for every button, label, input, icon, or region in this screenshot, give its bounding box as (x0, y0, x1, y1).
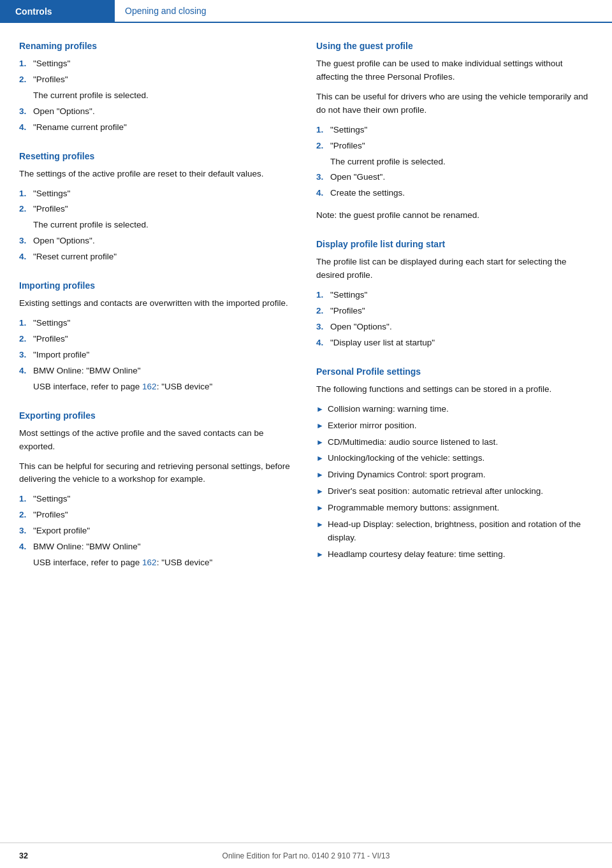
arrow-icon: ► (316, 437, 328, 449)
importing-steps-list: 1. "Settings" 2. "Profiles" 3. "Import p… (19, 317, 296, 394)
exporting-body2: This can be helpful for securing and ret… (19, 460, 296, 487)
exporting-steps-list: 1. "Settings" 2. "Profiles" 3. "Export p… (19, 493, 296, 570)
exporting-body1: Most settings of the active profile and … (19, 427, 296, 454)
display-steps-list: 1. "Settings" 2. "Profiles" 3. Open "Opt… (316, 289, 593, 350)
personal-body: The following functions and settings can… (316, 383, 593, 396)
list-item: 3. Open "Options". (316, 321, 593, 334)
list-item: ► Unlocking/locking of the vehicle: sett… (316, 452, 593, 465)
resetting-body: The settings of the active profile are r… (19, 168, 296, 181)
main-content: Renaming profiles 1. "Settings" 2. "Prof… (0, 23, 612, 625)
arrow-icon: ► (316, 486, 328, 498)
guest-note: Note: the guest profile cannot be rename… (316, 209, 593, 222)
guest-body2: This can be useful for drivers who are u… (316, 90, 593, 117)
list-item: ► Head-up Display: selection, brightness… (316, 518, 593, 545)
list-item: USB interface, refer to page 162: "USB d… (19, 380, 296, 394)
list-item: 1. "Settings" (19, 317, 296, 330)
renaming-steps-list: 1. "Settings" 2. "Profiles" The current … (19, 57, 296, 134)
list-item: ► Driver's seat position: automatic retr… (316, 485, 593, 498)
list-item: 2. "Profiles" (316, 140, 593, 153)
header-controls-tab: Controls (0, 0, 115, 23)
right-column: Using the guest profile The guest profil… (316, 41, 593, 586)
list-item: The current profile is selected. (19, 89, 296, 103)
list-item: ► Headlamp courtesy delay feature: time … (316, 548, 593, 561)
list-item: 2. "Profiles" (19, 203, 296, 216)
list-item: 4. "Display user list at startup" (316, 336, 593, 350)
personal-profile-section: Personal Profile settings The following … (316, 366, 593, 561)
breadcrumb-text: Opening and closing (125, 6, 207, 16)
resetting-profiles-title: Resetting profiles (19, 151, 296, 161)
list-item: 1. "Settings" (19, 57, 296, 71)
list-item: 1. "Settings" (316, 124, 593, 137)
page-header: Controls Opening and closing (0, 0, 612, 23)
list-item: 3. Open "Guest". (316, 171, 593, 184)
resetting-profiles-section: Resetting profiles The settings of the a… (19, 151, 296, 264)
footer-copyright: Online Edition for Part no. 0140 2 910 7… (222, 851, 390, 860)
renaming-profiles-section: Renaming profiles 1. "Settings" 2. "Prof… (19, 41, 296, 134)
arrow-icon: ► (316, 452, 328, 465)
arrow-icon: ► (316, 420, 328, 432)
importing-profiles-section: Importing profiles Existing settings and… (19, 280, 296, 394)
guest-steps-list: 1. "Settings" 2. "Profiles" The current … (316, 124, 593, 201)
guest-profile-title: Using the guest profile (316, 41, 593, 51)
list-item: 1. "Settings" (19, 493, 296, 506)
importing-profiles-title: Importing profiles (19, 280, 296, 291)
list-item: 2. "Profiles" (316, 305, 593, 318)
list-item: ► Collision warning: warning time. (316, 403, 593, 416)
personal-profile-title: Personal Profile settings (316, 366, 593, 377)
guest-body1: The guest profile can be used to make in… (316, 57, 593, 84)
list-item: 4. "Rename current profile" (19, 121, 296, 134)
left-column: Renaming profiles 1. "Settings" 2. "Prof… (19, 41, 296, 586)
list-item: 4. BMW Online: "BMW Online" (19, 540, 296, 554)
header-breadcrumb: Opening and closing (115, 0, 612, 23)
list-item: 1. "Settings" (316, 289, 593, 302)
importing-body: Existing settings and contacts are overw… (19, 297, 296, 310)
renaming-profiles-title: Renaming profiles (19, 41, 296, 51)
list-item: The current profile is selected. (19, 219, 296, 232)
exporting-profiles-title: Exporting profiles (19, 410, 296, 421)
list-item: 3. "Export profile" (19, 524, 296, 538)
display-profile-section: Display profile list during start The pr… (316, 239, 593, 350)
exporting-page-link[interactable]: 162 (142, 558, 157, 567)
list-item: ► Programmable memory buttons: assignmen… (316, 502, 593, 515)
list-item: 4. BMW Online: "BMW Online" (19, 365, 296, 378)
list-item: 3. Open "Options". (19, 235, 296, 248)
guest-profile-section: Using the guest profile The guest profil… (316, 41, 593, 222)
list-item: 3. "Import profile" (19, 349, 296, 362)
resetting-steps-list: 1. "Settings" 2. "Profiles" The current … (19, 187, 296, 264)
list-item: 2. "Profiles" (19, 73, 296, 87)
list-item: 2. "Profiles" (19, 509, 296, 522)
page-footer: 32 Online Edition for Part no. 0140 2 91… (0, 843, 612, 868)
list-item: 4. "Reset current profile" (19, 250, 296, 264)
arrow-icon: ► (316, 469, 328, 481)
list-item: ► Exterior mirror position. (316, 419, 593, 433)
personal-bullets-list: ► Collision warning: warning time. ► Ext… (316, 403, 593, 561)
arrow-icon: ► (316, 502, 328, 514)
arrow-icon: ► (316, 549, 328, 561)
controls-label: Controls (15, 6, 52, 17)
importing-page-link[interactable]: 162 (142, 382, 157, 391)
arrow-icon: ► (316, 403, 328, 416)
arrow-icon: ► (316, 519, 328, 531)
list-item: ► Driving Dynamics Control: sport progra… (316, 468, 593, 482)
display-body: The profile list can be displayed during… (316, 256, 593, 282)
exporting-profiles-section: Exporting profiles Most settings of the … (19, 410, 296, 570)
list-item: 3. Open "Options". (19, 105, 296, 119)
list-item: 4. Create the settings. (316, 187, 593, 200)
list-item: ► CD/Multimedia: audio source listened t… (316, 436, 593, 449)
display-profile-title: Display profile list during start (316, 239, 593, 249)
list-item: 1. "Settings" (19, 187, 296, 201)
list-item: USB interface, refer to page 162: "USB d… (19, 556, 296, 570)
page-number: 32 (19, 851, 28, 860)
list-item: The current profile is selected. (316, 156, 593, 169)
list-item: 2. "Profiles" (19, 333, 296, 346)
